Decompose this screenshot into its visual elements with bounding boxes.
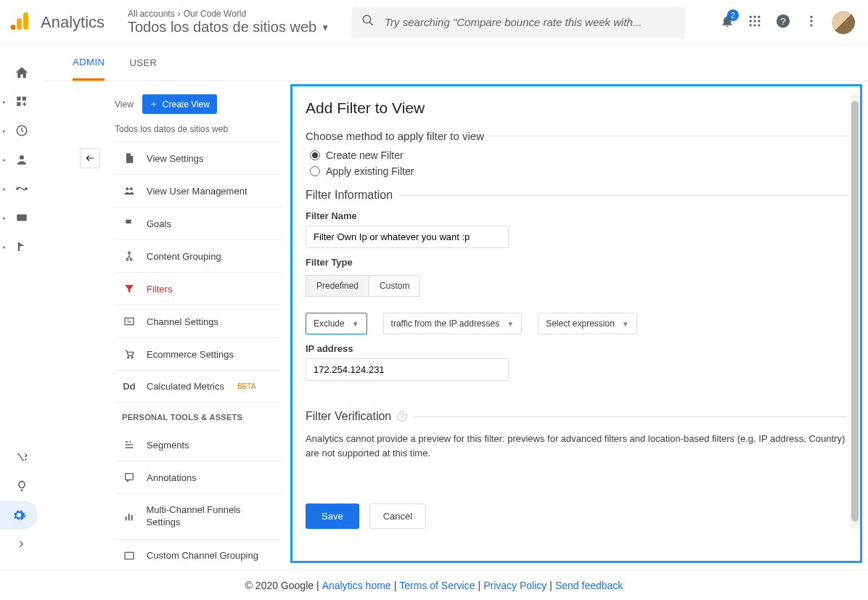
nav-label: Content Grouping [147,251,221,262]
save-button[interactable]: Save [306,504,359,529]
rail-audience[interactable]: ▸ [0,145,44,174]
caret-down-icon: ▼ [352,320,359,328]
segments-icon [122,439,136,451]
cancel-button[interactable]: Cancel [369,504,426,529]
svg-point-2 [11,25,16,30]
bars-icon [122,511,136,522]
footer-privacy[interactable]: Privacy Policy [483,580,546,591]
divider [398,195,847,196]
dropdown-label: Select expression [546,319,615,329]
back-button[interactable] [80,148,100,168]
search-icon [361,14,374,30]
nav-user-management[interactable]: View User Management [115,175,282,207]
rail-realtime[interactable]: ▸ [0,116,44,145]
svg-point-6 [753,16,756,18]
dropdown-traffic[interactable]: traffic from the IP addresses ▼ [383,313,523,334]
view-switcher[interactable]: Todos los datos de sitios web ▼ [128,19,329,36]
svg-text:?: ? [780,16,785,27]
analytics-logo-icon [9,9,32,35]
nav-label: Channel Settings [147,316,218,327]
notifications-icon[interactable]: 2 [720,14,734,30]
ip-label: IP address [306,343,847,354]
rail-conversions[interactable]: ▸ [0,232,44,261]
dropdown-exclude[interactable]: Exclude ▼ [306,313,367,334]
help-circle-icon[interactable]: ? [397,411,407,422]
rail-home[interactable] [0,58,44,87]
svg-point-31 [130,258,132,260]
radio-on-icon [310,150,320,160]
search-box[interactable] [351,7,685,38]
tab-user[interactable]: USER [129,45,157,81]
filter-name-input[interactable] [306,226,509,248]
create-view-button[interactable]: ＋ Create View [142,94,217,114]
notification-badge: 2 [727,9,739,21]
nav-custom-channel[interactable]: Custom Channel Grouping [115,540,282,569]
radio-label: Create new Filter [326,149,404,161]
svg-point-12 [753,24,756,26]
svg-line-4 [369,22,373,25]
nav-channel-settings[interactable]: Channel Settings [115,305,282,338]
nav-calculated-metrics[interactable]: Dd Calculated Metrics BETA [115,371,282,403]
radio-label: Apply existing Filter [326,165,414,177]
nav-segments[interactable]: Segments [115,429,282,461]
nav-label: Filters [147,284,172,295]
rail-collapse[interactable] [0,530,44,559]
svg-point-17 [810,20,812,22]
rail-attribution[interactable] [0,443,44,472]
radio-apply-existing[interactable]: Apply existing Filter [310,165,847,177]
breadcrumb[interactable]: All accounts › Our Code World [128,9,329,19]
ip-input[interactable] [306,358,509,381]
avatar[interactable] [832,11,855,34]
apps-icon[interactable] [748,14,762,30]
nav-annotations[interactable]: Annotations [115,461,282,494]
breadcrumb-account[interactable]: Our Code World [184,9,246,19]
verification-heading: Filter Verification [306,410,391,423]
page-title: Add Filter to View [306,99,847,117]
nav-ecommerce[interactable]: Ecommerce Settings [115,338,282,371]
rail-customization[interactable]: ▸ [0,87,44,116]
type-predefined[interactable]: Predefined [306,275,369,296]
brand-name: Analytics [41,13,105,32]
custom-icon [122,550,136,562]
type-custom[interactable]: Custom [369,275,420,296]
rail-admin[interactable] [0,501,38,530]
svg-point-5 [750,16,752,18]
footer-tos[interactable]: Terms of Service [399,580,475,591]
nav-goals[interactable]: Goals [115,207,282,240]
rail-behavior[interactable]: ▸ [0,203,44,232]
verification-text: Analytics cannot provide a preview for t… [306,432,847,460]
rail-acquisition[interactable]: ▸ [0,174,44,203]
footer-feedback[interactable]: Send feedback [555,580,623,591]
nav-view-settings[interactable]: View Settings [115,142,282,175]
scrollbar[interactable] [850,94,860,529]
breadcrumb-all[interactable]: All accounts [128,9,175,19]
rail-discover[interactable] [0,472,44,501]
more-vert-icon[interactable] [804,14,819,30]
divider [413,416,847,417]
file-icon [122,152,136,164]
nav-label: Ecommerce Settings [147,349,234,360]
svg-point-10 [758,20,760,22]
group-icon [122,250,136,262]
caret-down-icon: ▼ [622,320,629,328]
footer-home[interactable]: Analytics home [322,580,391,591]
svg-rect-39 [125,552,134,559]
plus-icon: ＋ [150,98,158,110]
dropdown-expression[interactable]: Select expression ▼ [538,313,637,334]
svg-point-33 [128,357,129,358]
help-icon[interactable]: ? [775,13,791,31]
nav-label: Calculated Metrics [147,381,224,392]
nav-filters[interactable]: Filters [115,273,282,305]
svg-point-34 [131,357,133,358]
tab-admin[interactable]: ADMIN [73,45,105,81]
svg-point-28 [130,187,133,190]
nav-multichannel[interactable]: Multi-Channel Funnels Settings [115,494,282,540]
caret-down-icon: ▼ [507,320,514,328]
dropdown-label: Exclude [314,319,345,329]
search-input[interactable] [385,16,675,28]
svg-point-13 [758,24,760,26]
nav-content-grouping[interactable]: Content Grouping [115,240,282,273]
filter-type-label: Filter Type [306,257,847,268]
svg-rect-38 [131,515,132,520]
radio-create-new[interactable]: Create new Filter [310,149,847,161]
